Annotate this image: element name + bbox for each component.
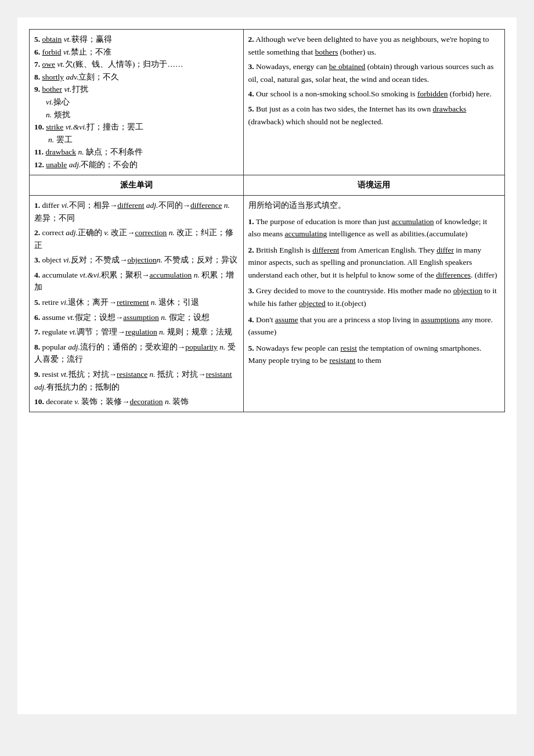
deriv-item-10: 10. decorate v. 装饰；装修→decoration n. 装饰: [34, 395, 239, 408]
vocab-cell-left: 5. obtain vt.获得；赢得 6. forbid vt.禁止；不准 7.…: [30, 30, 244, 175]
deriv-item-4: 4. accumulate vt.&vi.积累；聚积→accumulation …: [34, 269, 239, 294]
sentences-cell-right: 2. Although we've been delighted to have…: [243, 30, 504, 175]
vocab-item-9b: vi.操心: [34, 96, 239, 109]
sentence-3: 3. Nowadays, energy can be obtained (obt…: [248, 60, 500, 85]
context-header: 语境运用: [243, 175, 504, 195]
sentence-4: 4. Our school is a non-smoking school.So…: [248, 88, 500, 100]
deriv-item-3: 3. object vi.反对；不赞成→objectionn. 不赞成；反对；异…: [34, 254, 239, 267]
vocab-item-10b: n. 罢工: [34, 134, 239, 146]
table-row: 5. obtain vt.获得；赢得 6. forbid vt.禁止；不准 7.…: [30, 30, 505, 175]
deriv-header: 派生单词: [30, 175, 244, 195]
vocab-item-8: 8. shortly adv.立刻；不久: [34, 71, 239, 84]
vocab-item-6: 6. forbid vt.禁止；不准: [34, 46, 239, 59]
context-sent-1: 1. The purpose of education is more than…: [248, 215, 500, 240]
context-sent-4: 4. Don't assume that you are a princess …: [248, 314, 500, 339]
table-row-deriv: 1. differ vi.不同；相异→different adj.不同的→dif…: [30, 195, 505, 412]
deriv-item-5: 5. retire vi.退休；离开→retirement n. 退休；引退: [34, 296, 239, 309]
vocab-item-11: 11. drawback n. 缺点；不利条件: [34, 146, 239, 159]
deriv-item-2: 2. correct adj.正确的 v. 改正→correction n. 改…: [34, 226, 239, 251]
deriv-item-9: 9. resist vt.抵抗；对抗→resistance n. 抵抗；对抗→r…: [34, 368, 239, 393]
deriv-item-1: 1. differ vi.不同；相异→different adj.不同的→dif…: [34, 199, 239, 224]
sentence-2: 2. Although we've been delighted to have…: [248, 33, 500, 58]
context-sent-2: 2. British English is different from Ame…: [248, 244, 500, 282]
vocab-item-12: 12. unable adj.不能的；不会的: [34, 159, 239, 171]
deriv-item-6: 6. assume vt.假定；设想→assumption n. 假定；设想: [34, 311, 239, 324]
deriv-cell-left: 1. differ vi.不同；相异→different adj.不同的→dif…: [30, 195, 244, 412]
deriv-item-8: 8. popular adj.流行的；通俗的；受欢迎的→popularity n…: [34, 341, 239, 366]
vocab-item-9c: n. 烦扰: [34, 109, 239, 121]
deriv-item-7: 7. regulate vt.调节；管理→regulation n. 规则；规章…: [34, 326, 239, 339]
context-intro: 用所给词的适当形式填空。: [248, 199, 500, 212]
vocab-item-10: 10. strike vt.&vi.打；撞击；罢工: [34, 121, 239, 134]
main-table: 5. obtain vt.获得；赢得 6. forbid vt.禁止；不准 7.…: [29, 29, 505, 412]
context-cell-right: 用所给词的适当形式填空。 1. The purpose of education…: [243, 195, 504, 412]
vocab-item-5: 5. obtain vt.获得；赢得: [34, 33, 239, 46]
section-header-row: 派生单词 语境运用: [30, 175, 505, 195]
context-sent-5: 5. Nowadays few people can resist the te…: [248, 342, 500, 367]
vocab-item-9: 9. bother vt.打扰: [34, 83, 239, 96]
page: 5. obtain vt.获得；赢得 6. forbid vt.禁止；不准 7.…: [17, 17, 517, 714]
context-sent-3: 3. Grey decided to move to the countrysi…: [248, 285, 500, 309]
vocab-item-7: 7. owe vt.欠(账、钱、人情等)；归功于……: [34, 58, 239, 71]
sentence-5: 5. But just as a coin has two sides, the…: [248, 103, 500, 128]
